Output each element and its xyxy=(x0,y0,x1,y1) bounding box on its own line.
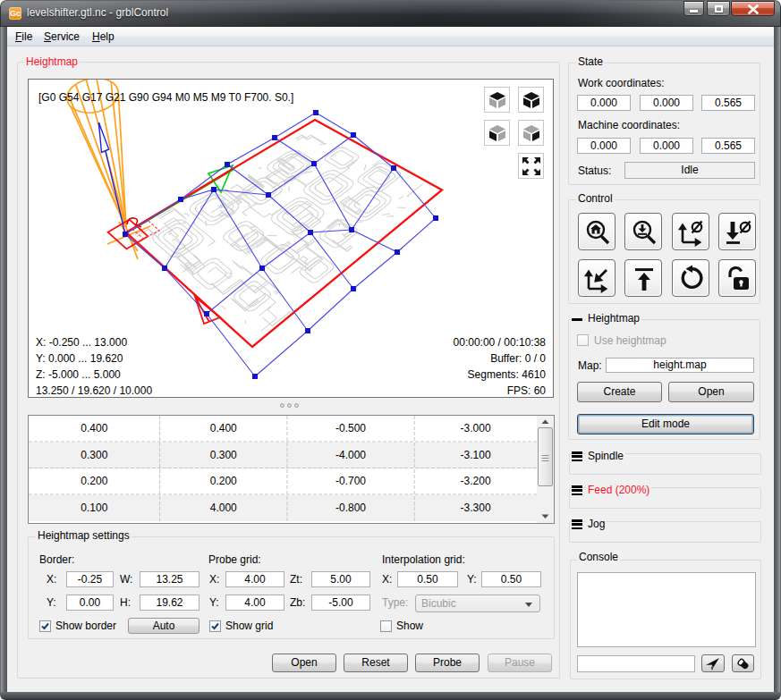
svg-text:13.250 / 19.620 / 10.000: 13.250 / 19.620 / 10.000 xyxy=(36,384,152,395)
svg-text:FPS: 60: FPS: 60 xyxy=(507,384,547,395)
svg-text:00:00:00 / 00:10:38: 00:00:00 / 00:10:38 xyxy=(454,336,547,349)
svg-text:[G0 G54 G17 G21 G90 G94 M0 M5: [G0 G54 G17 G21 G90 G94 M0 M5 M9 T0 F700… xyxy=(38,91,293,104)
svg-text:Segments: 4610: Segments: 4610 xyxy=(468,368,547,381)
svg-text:Y: 0.000 ... 19.620: Y: 0.000 ... 19.620 xyxy=(36,352,123,365)
svg-text:Z: -5.000 ... 5.000: Z: -5.000 ... 5.000 xyxy=(36,368,121,381)
svg-text:Buffer: 0 / 0: Buffer: 0 / 0 xyxy=(490,352,546,365)
svg-text:X: -0.250 ... 13.000: X: -0.250 ... 13.000 xyxy=(36,336,127,349)
